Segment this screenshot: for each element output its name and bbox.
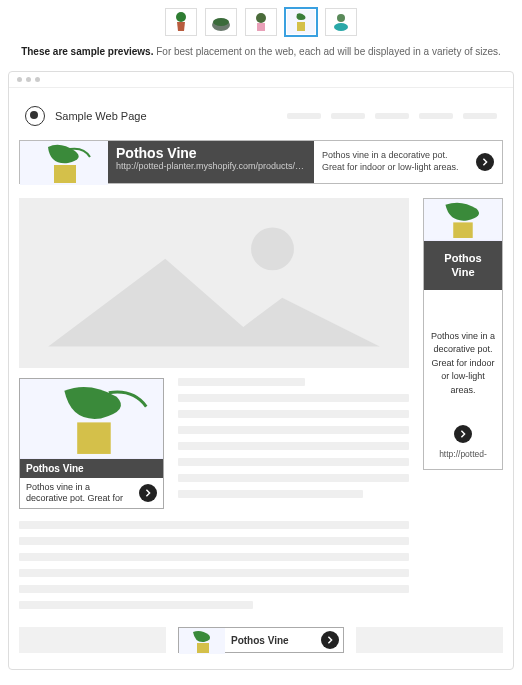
ad-url: http://potted-planter.myshopify.com/prod… (116, 161, 306, 171)
chevron-right-icon (326, 636, 334, 644)
ad-small-banner: Pothos Vine (178, 627, 344, 653)
ad-medium-rect: Pothos Vine Pothos vine in a decorative … (19, 378, 164, 509)
ad-title: Pothos Vine (225, 635, 321, 646)
svg-point-17 (251, 227, 294, 270)
chevron-right-icon (144, 489, 152, 497)
ad-arrow-button[interactable] (476, 153, 494, 171)
svg-rect-23 (197, 643, 209, 653)
note-strong: These are sample previews. (21, 46, 153, 57)
mailchimp-logo-icon (25, 106, 45, 126)
ad-desc: Pothos vine in a decorative pot. Great f… (322, 150, 468, 173)
preview-note: These are sample previews. For best plac… (8, 46, 514, 57)
svg-rect-21 (453, 222, 472, 238)
svg-rect-7 (257, 23, 265, 31)
thumb-2[interactable] (205, 8, 237, 36)
footer-placeholder (19, 627, 166, 653)
hero-placeholder (19, 198, 409, 368)
thumb-4[interactable] (285, 8, 317, 36)
svg-rect-19 (77, 422, 111, 454)
ad-title: Pothos Vine (20, 459, 163, 478)
text-placeholder (178, 378, 409, 509)
thumb-3[interactable] (245, 8, 277, 36)
text-placeholder (19, 521, 409, 609)
ad-image (20, 379, 163, 459)
ad-leaderboard: Pothos Vine http://potted-planter.myshop… (19, 140, 503, 184)
ad-arrow-button[interactable] (454, 425, 472, 443)
thumb-5[interactable] (325, 8, 357, 36)
thumbnail-row (8, 8, 514, 36)
ad-image (20, 141, 108, 183)
page-title: Sample Web Page (55, 110, 147, 122)
chevron-right-icon (481, 158, 489, 166)
svg-point-1 (176, 12, 186, 22)
nav-placeholder (287, 113, 497, 119)
ad-image (424, 199, 502, 241)
chevron-right-icon (459, 430, 467, 438)
svg-point-11 (337, 14, 345, 22)
svg-point-6 (256, 13, 266, 23)
svg-rect-9 (297, 22, 305, 31)
ad-desc: Pothos vine in a decorative pot. Great f… (424, 290, 502, 426)
svg-point-4 (213, 18, 229, 26)
browser-window: Sample Web Page Pothos Vine http://potte… (8, 71, 514, 670)
ad-url: http://potted- (439, 449, 487, 459)
svg-rect-14 (54, 165, 76, 183)
ad-title-block: Pothos Vine http://potted-planter.myshop… (108, 141, 314, 183)
ad-desc-block: Pothos vine in a decorative pot. Great f… (314, 141, 502, 183)
page-header: Sample Web Page (9, 88, 513, 140)
footer-placeholder (356, 627, 503, 653)
svg-point-12 (334, 23, 348, 31)
ad-arrow-button[interactable] (139, 484, 157, 502)
ad-title: Pothos Vine (424, 241, 502, 290)
note-rest: For best placement on the web, each ad w… (153, 46, 500, 57)
ad-arrow-button[interactable] (321, 631, 339, 649)
window-titlebar (9, 72, 513, 88)
ad-desc: Pothos vine in a decorative pot. Great f… (26, 482, 133, 504)
ad-image (179, 628, 225, 652)
ad-skyscraper: Pothos Vine Pothos vine in a decorative … (423, 198, 503, 470)
ad-title: Pothos Vine (116, 145, 306, 161)
thumb-1[interactable] (165, 8, 197, 36)
